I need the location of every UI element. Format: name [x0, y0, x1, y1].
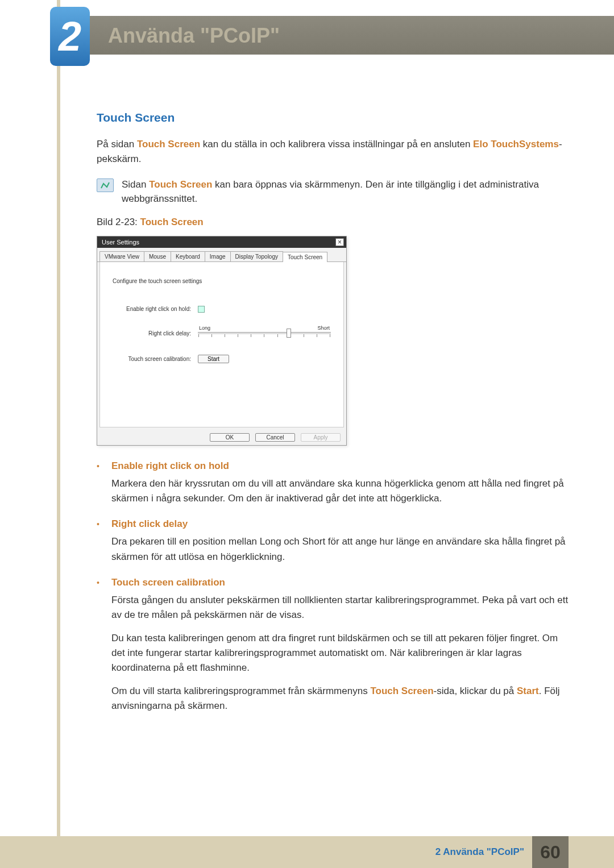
bullet-title: Enable right click on hold: [111, 460, 229, 472]
label-right-click-delay: Right click delay:: [113, 330, 198, 337]
dialog-instruction: Configure the touch screen settings: [113, 278, 331, 284]
keyword-elo-touchsystems: Elo TouchSystems: [473, 139, 559, 149]
dialog-footer: OK Cancel Apply: [97, 430, 346, 445]
bullet-icon: •: [97, 579, 103, 587]
text: -sida, klickar du på: [434, 686, 517, 696]
keyword-touch-screen: Touch Screen: [370, 686, 433, 696]
keyword-start: Start: [517, 686, 539, 696]
calib-p2: Du kan testa kalibreringen genom att dra…: [111, 631, 569, 676]
keyword-touch-screen: Touch Screen: [137, 139, 200, 149]
intro-paragraph: På sidan Touch Screen kan du ställa in o…: [97, 137, 569, 167]
label-enable-right-click: Enable right click on hold:: [113, 306, 198, 312]
dialog-titlebar: User Settings ×: [97, 236, 346, 248]
dialog-body: Configure the touch screen settings Enab…: [99, 262, 344, 427]
chapter-title: Använda "PCoIP": [108, 24, 280, 48]
text: Sidan: [122, 179, 149, 190]
bullet-body: Första gången du ansluter pekskärmen til…: [97, 593, 569, 713]
tab-vmware-view[interactable]: VMware View: [99, 251, 144, 261]
row-enable-right-click: Enable right click on hold:: [113, 306, 331, 313]
start-button[interactable]: Start: [198, 355, 229, 363]
text: kan du ställa in och kalibrera vissa ins…: [200, 139, 473, 149]
bullet-calibration: • Touch screen calibration Första gången…: [97, 577, 569, 713]
row-right-click-delay: Right click delay: Long Short: [113, 325, 331, 342]
bullet-title: Touch screen calibration: [111, 577, 225, 588]
slider-track[interactable]: [198, 332, 331, 334]
chapter-number: 2: [59, 13, 81, 60]
bullet-right-click-delay: • Right click delay Dra pekaren till en …: [97, 518, 569, 564]
dialog-title: User Settings: [102, 239, 139, 246]
bullet-list: • Enable right click on hold Markera den…: [97, 460, 569, 714]
bullet-icon: •: [97, 462, 103, 470]
slider-thumb[interactable]: [287, 329, 291, 338]
slider-label-short: Short: [317, 325, 330, 331]
tab-display-topology[interactable]: Display Topology: [230, 251, 283, 261]
cancel-button[interactable]: Cancel: [255, 433, 295, 442]
calib-p3: Om du vill starta kalibreringsprogrammet…: [111, 684, 569, 714]
bullet-body: Dra pekaren till en position mellan Long…: [97, 534, 569, 564]
bullet-title: Right click delay: [111, 518, 188, 530]
tab-mouse[interactable]: Mouse: [144, 251, 171, 261]
user-settings-dialog: User Settings × VMware View Mouse Keyboa…: [97, 236, 347, 446]
label-calibration: Touch screen calibration:: [113, 356, 198, 362]
page-number: 60: [532, 836, 569, 868]
checkbox-enable-right-click[interactable]: [198, 306, 205, 313]
note-block: Sidan Touch Screen kan bara öppnas via s…: [97, 177, 569, 206]
note-icon: [97, 178, 114, 192]
note-text: Sidan Touch Screen kan bara öppnas via s…: [122, 177, 569, 206]
slider-right-click-delay[interactable]: Long Short: [198, 325, 331, 342]
keyword-touch-screen: Touch Screen: [149, 179, 212, 190]
bullet-icon: •: [97, 520, 103, 528]
footer-text: 2 Använda "PCoIP": [435, 846, 524, 858]
slider-ticks: [198, 334, 331, 337]
tab-keyboard[interactable]: Keyboard: [171, 251, 205, 261]
slider-label-long: Long: [199, 325, 210, 331]
text: Om du vill starta kalibreringsprogrammet…: [111, 686, 370, 696]
footer-bar: 2 Använda "PCoIP" 60: [0, 836, 614, 868]
figure-label: Bild 2-23:: [97, 217, 140, 227]
text: På sidan: [97, 139, 137, 149]
calib-p1: Första gången du ansluter pekskärmen til…: [111, 593, 569, 623]
apply-button[interactable]: Apply: [301, 433, 341, 442]
tab-image[interactable]: Image: [205, 251, 231, 261]
chapter-tab: 2: [50, 7, 90, 66]
bullet-body: Markera den här kryssrutan om du vill at…: [97, 476, 569, 506]
section-heading: Touch Screen: [97, 111, 569, 124]
figure-name: Touch Screen: [140, 217, 204, 227]
row-calibration: Touch screen calibration: Start: [113, 355, 331, 363]
figure-caption: Bild 2-23: Touch Screen: [97, 217, 569, 228]
close-icon[interactable]: ×: [335, 238, 344, 246]
bullet-enable-right-click: • Enable right click on hold Markera den…: [97, 460, 569, 506]
tab-touch-screen[interactable]: Touch Screen: [283, 252, 327, 262]
dialog-tabs: VMware View Mouse Keyboard Image Display…: [97, 248, 346, 262]
left-margin-stripe: [57, 0, 60, 868]
ok-button[interactable]: OK: [210, 433, 250, 442]
